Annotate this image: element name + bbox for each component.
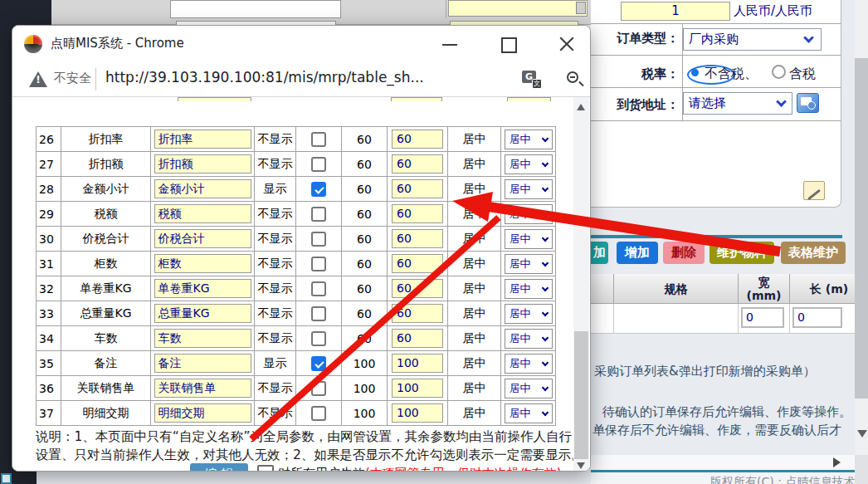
show-checkbox[interactable] <box>311 207 326 222</box>
align-select[interactable]: 居中 <box>505 379 553 398</box>
custom-name-input[interactable]: 车数 <box>154 329 251 348</box>
popup-window: 点晴MIS系统 - Chrome 不安全 http://39.103.190.1… <box>12 25 591 472</box>
custom-name-input[interactable]: 关联销售单 <box>154 379 251 398</box>
custom-name-input[interactable]: 折扣额 <box>154 154 251 174</box>
close-button[interactable] <box>552 31 580 57</box>
translate-icon[interactable]: G文 <box>522 71 542 89</box>
align-select[interactable]: 居中 <box>505 204 553 224</box>
align-value: 居中 <box>448 127 501 152</box>
edit-note-icon[interactable] <box>803 181 825 200</box>
row-number: 33 <box>37 301 61 326</box>
align-select-cell: 居中 <box>501 376 556 401</box>
show-checkbox[interactable] <box>311 182 326 197</box>
tax-included-radio[interactable] <box>772 65 786 79</box>
checkbox-cell <box>296 127 342 152</box>
align-select[interactable]: 居中 <box>505 403 553 423</box>
width-input[interactable]: 60 <box>392 304 443 323</box>
show-checkbox[interactable] <box>311 132 326 147</box>
background-yellow-input[interactable] <box>448 0 588 17</box>
length-input[interactable]: 0 <box>792 307 842 328</box>
url-text[interactable]: http://39.103.190.100:81/mis/mrp/table_s… <box>105 69 424 86</box>
show-checkbox[interactable] <box>311 406 326 421</box>
custom-name-cell: 明细交期 <box>151 401 255 426</box>
custom-name-input[interactable]: 价税合计 <box>154 229 251 248</box>
width-input[interactable]: 100 <box>392 403 443 423</box>
address-bar[interactable]: 不安全 http://39.103.190.100:81/mis/mrp/tab… <box>12 63 590 97</box>
minimize-button[interactable] <box>436 31 464 57</box>
show-checkbox[interactable] <box>311 381 326 396</box>
add-button-cut[interactable]: 加 <box>591 242 608 264</box>
align-select[interactable]: 居中 <box>505 279 553 299</box>
not-secure-warning-icon[interactable] <box>29 71 47 87</box>
row-number: 27 <box>37 152 61 177</box>
width-input[interactable]: 60 <box>392 279 443 298</box>
address-picker-icon[interactable] <box>797 93 819 113</box>
maximize-button[interactable] <box>494 31 522 57</box>
zoom-out-icon[interactable] <box>565 70 585 90</box>
corner-app-icon[interactable] <box>1 473 12 484</box>
width-input[interactable]: 60 <box>392 130 443 149</box>
align-select[interactable]: 居中 <box>505 229 553 249</box>
custom-name-input[interactable]: 柜数 <box>154 254 251 273</box>
delivery-address-select[interactable]: 请选择 <box>683 92 792 115</box>
width-input[interactable]: 100 <box>392 379 443 398</box>
width-input[interactable]: 60 <box>392 179 443 198</box>
scrollbar-thumb[interactable] <box>855 58 868 398</box>
show-status-label: 不显示 <box>255 202 296 227</box>
align-select[interactable]: 居中 <box>505 130 553 149</box>
width-input[interactable]: 60 <box>392 154 443 174</box>
align-select[interactable]: 居中 <box>505 254 553 274</box>
scroll-up-icon[interactable] <box>577 104 585 110</box>
table-row: 33总重量KG总重量KG不显示6060居中居中 <box>37 301 556 326</box>
align-select[interactable]: 居中 <box>505 354 553 374</box>
width-input[interactable]: 0 <box>741 307 784 328</box>
custom-name-input[interactable]: 税额 <box>154 204 251 223</box>
align-select[interactable]: 居中 <box>505 304 553 324</box>
align-select[interactable]: 居中 <box>505 329 553 349</box>
align-select[interactable]: 居中 <box>505 179 553 199</box>
show-checkbox[interactable] <box>311 232 326 247</box>
custom-name-input[interactable]: 总重量KG <box>154 304 251 323</box>
background-small-icon[interactable] <box>576 2 586 14</box>
show-checkbox[interactable] <box>311 281 326 296</box>
scroll-down-icon[interactable] <box>577 462 585 469</box>
align-select[interactable]: 居中 <box>505 154 553 174</box>
custom-name-input[interactable]: 折扣率 <box>154 130 251 149</box>
tax-rate-label: 税率： <box>592 66 679 82</box>
page-scrollbar[interactable] <box>855 0 868 484</box>
custom-name-input[interactable]: 明细交期 <box>154 403 251 423</box>
popup-scrollbar[interactable] <box>573 97 589 472</box>
width-input[interactable]: 60 <box>392 329 443 348</box>
width-input[interactable]: 60 <box>392 254 443 273</box>
maintain-material-button[interactable]: 维护物料 <box>710 242 774 264</box>
show-checkbox[interactable] <box>311 257 326 271</box>
popup-scrollbar-thumb[interactable] <box>574 331 588 459</box>
grid-header-blank <box>591 274 614 304</box>
window-titlebar[interactable]: 点晴MIS系统 - Chrome <box>12 26 590 63</box>
table-maintain-button[interactable]: 表格维护 <box>781 242 846 264</box>
background-input[interactable] <box>170 0 341 18</box>
popup-content: 26折扣率折扣率不显示6060居中居中27折扣额折扣额不显示6060居中居中28… <box>12 97 590 472</box>
width-input[interactable]: 60 <box>392 204 443 223</box>
exchange-rate-input[interactable]: 1 <box>621 2 730 21</box>
scroll-right-icon[interactable] <box>833 457 841 467</box>
show-checkbox[interactable] <box>311 157 326 172</box>
scroll-down-icon[interactable] <box>857 430 867 438</box>
align-value: 居中 <box>448 152 501 177</box>
show-checkbox[interactable] <box>311 306 326 321</box>
edit-button[interactable]: 编 辑 <box>190 463 248 472</box>
custom-name-input[interactable]: 单卷重KG <box>154 279 251 298</box>
order-type-select[interactable]: 厂内采购 <box>683 28 822 51</box>
show-checkbox[interactable] <box>311 331 326 346</box>
apply-all-users-checkbox[interactable] <box>257 465 274 472</box>
width-input[interactable]: 60 <box>392 229 443 248</box>
delete-button[interactable]: 删除 <box>663 242 705 264</box>
horizontal-scrollbar[interactable] <box>591 455 855 470</box>
width-input-cell: 60 <box>388 326 448 351</box>
custom-name-input[interactable]: 备注 <box>154 354 251 373</box>
custom-name-input[interactable]: 金额小计 <box>154 179 251 198</box>
width-input[interactable]: 100 <box>392 354 443 373</box>
add-button[interactable]: 增加 <box>617 242 658 264</box>
align-value: 居中 <box>448 401 501 426</box>
show-checkbox[interactable] <box>311 356 326 371</box>
